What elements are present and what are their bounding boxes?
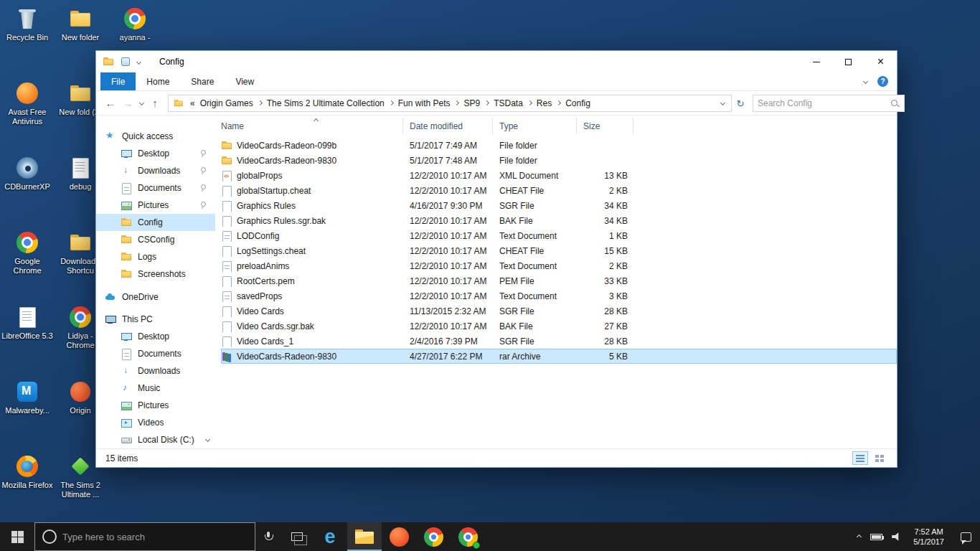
desktop-icon-firefox[interactable]: Mozilla Firefox xyxy=(1,451,53,525)
close-button[interactable] xyxy=(864,51,897,72)
file-row[interactable]: Video Cards11/13/2015 2:32 AMSGR File28 … xyxy=(221,303,897,319)
title-bar[interactable]: Config xyxy=(96,51,897,72)
start-button[interactable] xyxy=(0,522,34,551)
battery-icon[interactable] xyxy=(870,534,882,540)
breadcrumb-item[interactable]: Fun with Pets xyxy=(398,98,451,108)
chrome-icon xyxy=(15,230,39,255)
breadcrumb-item[interactable]: The Sims 2 Ultimate Collection xyxy=(267,98,385,108)
qat-customize-chevron-icon[interactable] xyxy=(136,59,141,64)
sidebar-item-desktop[interactable]: Desktop xyxy=(96,145,215,162)
volume-icon[interactable] xyxy=(892,532,901,541)
refresh-button[interactable] xyxy=(732,97,749,109)
sidebar-item-onedrive[interactable]: OneDrive xyxy=(96,288,215,306)
clock[interactable]: 7:52 AM 5/1/2017 xyxy=(910,527,947,547)
desktop-icon-avast[interactable]: Avast Free Antivirus xyxy=(1,77,53,152)
file-row[interactable]: globalStartup.cheat12/2/2010 10:17 AMCHE… xyxy=(221,183,897,198)
file-row[interactable]: RootCerts.pem12/2/2010 10:17 AMPEM File3… xyxy=(221,273,897,288)
forward-button[interactable] xyxy=(119,97,136,109)
up-button[interactable] xyxy=(146,97,164,109)
column-header-date-modified[interactable]: Date modified xyxy=(402,118,492,134)
taskbar-app-edge[interactable]: e xyxy=(313,522,347,551)
desktop-icon-libreoffice[interactable]: LibreOffice 5.3 xyxy=(1,301,53,376)
file-row[interactable]: VideoCards-Radeon-099b5/1/2017 7:49 AMFi… xyxy=(221,138,897,153)
sidebar-item-pc-documents[interactable]: Documents xyxy=(96,345,215,362)
breadcrumb-item[interactable]: Config xyxy=(565,98,590,108)
desktop-icon-recycle-bin[interactable]: Recycle Bin xyxy=(1,3,53,77)
qat-properties-icon[interactable] xyxy=(121,57,130,66)
back-button[interactable] xyxy=(102,97,119,109)
task-view-button[interactable] xyxy=(281,522,313,551)
desktop-icon-label: Avast Free Antivirus xyxy=(1,108,53,126)
sidebar-item-documents[interactable]: Documents xyxy=(96,179,215,197)
column-header-size[interactable]: Size xyxy=(576,118,633,134)
desktop-icon-label: New folder xyxy=(62,33,100,42)
file-row[interactable]: globalProps12/2/2010 10:17 AMXML Documen… xyxy=(221,168,897,183)
file-date: 12/2/2010 10:17 AM xyxy=(402,321,492,331)
file-row[interactable]: VideoCards-Radeon-98305/1/2017 7:48 AMFi… xyxy=(221,153,897,168)
maximize-button[interactable] xyxy=(832,51,864,72)
quick-access-toolbar xyxy=(103,56,141,67)
tab-share[interactable]: Share xyxy=(180,72,225,90)
tray-expand-chevron-icon[interactable] xyxy=(857,534,862,539)
help-icon[interactable] xyxy=(877,76,888,87)
tab-view[interactable]: View xyxy=(225,72,265,90)
sidebar-item-pc-videos[interactable]: Videos xyxy=(96,414,215,431)
ribbon-expand-chevron-icon[interactable] xyxy=(863,79,868,84)
file-icon xyxy=(221,321,232,332)
sidebar-item-pc-music[interactable]: Music xyxy=(96,380,215,397)
taskbar-app-origin[interactable] xyxy=(382,522,416,551)
sidebar-item-screenshots[interactable]: Screenshots xyxy=(96,265,215,283)
address-dropdown-button[interactable] xyxy=(721,101,726,105)
desktop-icon-malwarebytes[interactable]: Malwareby... xyxy=(1,376,53,451)
file-row[interactable]: Graphics Rules4/16/2017 9:30 PMSGR File3… xyxy=(221,198,897,213)
taskbar-search-input[interactable] xyxy=(62,532,248,542)
tab-home[interactable]: Home xyxy=(136,72,180,90)
file-row[interactable]: preloadAnims12/2/2010 10:17 AMText Docum… xyxy=(221,258,897,273)
file-date: 4/16/2017 9:30 PM xyxy=(402,201,492,211)
sidebar-item-pc-downloads[interactable]: Downloads xyxy=(96,362,215,380)
details-view-button[interactable] xyxy=(852,451,868,465)
taskbar-app-chrome[interactable] xyxy=(416,522,451,551)
column-header-name[interactable]: Name xyxy=(221,118,402,134)
thumbnails-view-button[interactable] xyxy=(872,451,887,465)
sidebar-item-pictures[interactable]: Pictures xyxy=(96,197,215,214)
taskbar-app-file-explorer[interactable] xyxy=(347,522,382,551)
file-row[interactable]: Video Cards_12/4/2016 7:39 PMSGR File28 … xyxy=(221,334,897,349)
microphone-button[interactable] xyxy=(255,522,281,551)
desktop-icon-google-chrome[interactable]: Google Chrome xyxy=(1,227,53,301)
column-header-type[interactable]: Type xyxy=(492,118,576,134)
sidebar-item-pc-pictures[interactable]: Pictures xyxy=(96,397,215,414)
breadcrumb-item[interactable]: Origin Games xyxy=(200,98,253,108)
search-icon[interactable] xyxy=(890,98,900,108)
search-input[interactable] xyxy=(758,98,890,108)
recent-locations-button[interactable] xyxy=(136,101,146,105)
file-row[interactable]: Video Cards.sgr.bak12/2/2010 10:17 AMBAK… xyxy=(221,319,897,334)
tab-file[interactable]: File xyxy=(100,72,136,90)
file-row[interactable]: savedProps12/2/2010 10:17 AMText Documen… xyxy=(221,288,897,303)
breadcrumb-item[interactable]: SP9 xyxy=(463,98,480,108)
sidebar-item-this-pc[interactable]: This PC xyxy=(96,311,215,328)
breadcrumb-overflow[interactable]: « xyxy=(190,98,195,108)
sidebar-item-config[interactable]: Config xyxy=(96,214,215,231)
file-row-selected[interactable]: VideoCards-Radeon-98304/27/2017 6:22 PMr… xyxy=(221,349,897,364)
action-center-icon[interactable] xyxy=(961,532,971,542)
sidebar-item-pc-desktop[interactable]: Desktop xyxy=(96,328,215,345)
sidebar-item-logs[interactable]: Logs xyxy=(96,248,215,265)
taskbar-app-chrome-profile[interactable] xyxy=(451,522,485,551)
task-view-icon xyxy=(291,532,303,541)
file-type: rar Archive xyxy=(492,352,576,362)
sidebar-item-downloads[interactable]: Downloads xyxy=(96,162,215,179)
sidebar-item-csconfig[interactable]: CSConfig xyxy=(96,231,215,248)
taskbar-search[interactable] xyxy=(34,522,255,551)
minimize-button[interactable] xyxy=(800,51,832,72)
file-row[interactable]: LODConfig12/2/2010 10:17 AMText Document… xyxy=(221,228,897,243)
breadcrumb[interactable]: « Origin Games The Sims 2 Ultimate Colle… xyxy=(168,95,732,112)
sidebar-item-local-disk-c[interactable]: Local Disk (C:) xyxy=(96,431,215,448)
sidebar-item-quick-access[interactable]: Quick access xyxy=(96,128,215,145)
search-box[interactable] xyxy=(753,95,905,112)
file-row[interactable]: LogSettings.cheat12/2/2010 10:17 AMCHEAT… xyxy=(221,243,897,258)
breadcrumb-item[interactable]: TSData xyxy=(494,98,523,108)
file-row[interactable]: Graphics Rules.sgr.bak12/2/2010 10:17 AM… xyxy=(221,213,897,228)
breadcrumb-item[interactable]: Res xyxy=(537,98,552,108)
desktop-icon-cdburnerxp[interactable]: CDBurnerXP xyxy=(1,152,53,227)
